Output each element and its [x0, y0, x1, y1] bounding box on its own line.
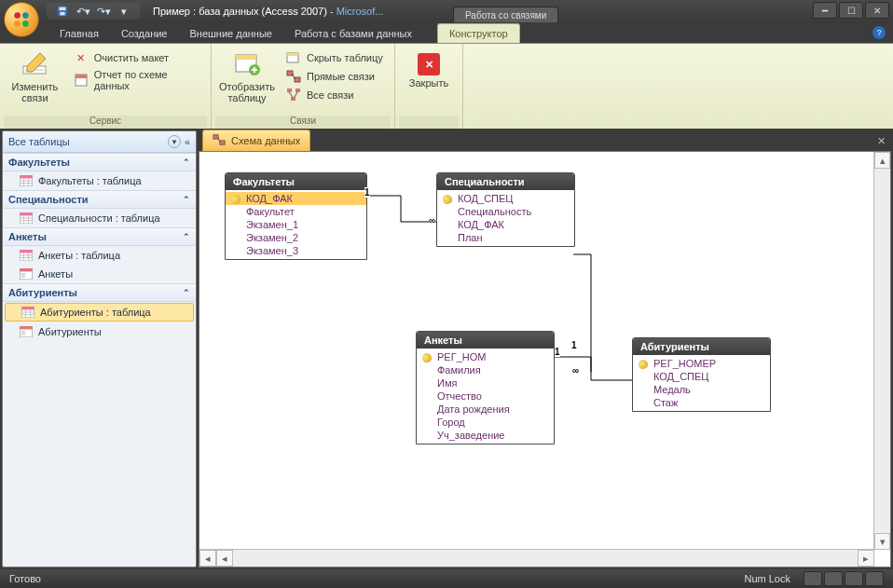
undo-icon[interactable]: ↶▾ — [76, 5, 89, 18]
field[interactable]: Экзамен_2 — [226, 231, 366, 244]
office-button[interactable] — [4, 2, 39, 37]
collapse-icon: ⌃ — [183, 232, 190, 241]
svg-rect-21 — [20, 175, 33, 178]
svg-rect-6 — [60, 12, 64, 16]
nav-group-head[interactable]: Факультеты⌃ — [3, 153, 196, 171]
field[interactable]: Экзамен_1 — [226, 218, 366, 231]
field[interactable]: Экзамен_3 — [226, 244, 366, 257]
qat-dropdown-icon[interactable]: ▾ — [117, 5, 131, 18]
field[interactable]: Фамилия — [417, 363, 554, 376]
table-title[interactable]: Специальности — [437, 173, 574, 190]
relationships-canvas[interactable]: ▴▾ ◂◂▸ ФакультетыКОД_ФАКФакультетЭкзамен… — [199, 151, 891, 567]
show-table-button[interactable]: Отобразить таблицу — [215, 48, 279, 105]
canvas-vscrollbar[interactable]: ▴▾ — [873, 152, 890, 550]
direct-relations-icon — [286, 69, 301, 84]
save-icon[interactable] — [56, 5, 69, 18]
scroll-left-icon[interactable]: ◂ — [199, 550, 216, 567]
table-title[interactable]: Факультеты — [226, 173, 366, 190]
report-icon — [74, 73, 89, 88]
nav-group-head[interactable]: Абитуриенты⌃ — [3, 283, 196, 302]
table-box-fak[interactable]: ФакультетыКОД_ФАКФакультетЭкзамен_1Экзам… — [225, 172, 367, 260]
svg-rect-11 — [236, 55, 256, 60]
field[interactable]: Отчество — [417, 390, 554, 403]
field[interactable]: РЕГ_НОМЕР — [633, 357, 770, 370]
cardinality-label: ∞ — [429, 215, 435, 226]
form-icon — [20, 268, 33, 280]
minimize-button[interactable]: ━ — [813, 2, 837, 19]
table-box-ank[interactable]: АнкетыРЕГ_НОМФамилияИмяОтчествоДата рожд… — [416, 331, 555, 444]
navpane-title: Все таблицы — [8, 136, 70, 147]
nav-item[interactable]: Абитуриенты : таблица — [5, 303, 194, 321]
scroll-down-icon[interactable]: ▾ — [874, 533, 890, 550]
help-button[interactable]: ? — [872, 26, 886, 39]
view-btn-4[interactable] — [865, 571, 884, 586]
nav-item[interactable]: Анкеты : таблица — [3, 246, 196, 265]
nav-item[interactable]: Абитуриенты — [3, 322, 196, 341]
nav-group-head[interactable]: Специальности⌃ — [3, 190, 196, 209]
nav-item[interactable]: Анкеты — [3, 265, 196, 283]
nav-item[interactable]: Факультеты : таблица — [3, 171, 196, 190]
view-btn-1[interactable] — [804, 571, 822, 586]
field[interactable]: РЕГ_НОМ — [417, 350, 554, 363]
field[interactable]: Специальность — [437, 205, 574, 218]
scroll-right-icon[interactable]: ▸ — [858, 550, 874, 567]
field[interactable]: Город — [417, 416, 554, 429]
tab-external-data[interactable]: Внешние данные — [179, 24, 283, 43]
redo-icon[interactable]: ↷▾ — [97, 5, 110, 18]
edit-relations-button[interactable]: Изменить связи — [4, 48, 66, 105]
hide-table-button[interactable]: Скрыть таблицу — [282, 49, 387, 66]
field[interactable]: Дата рождения — [417, 403, 554, 416]
status-bar: Готово Num Lock — [0, 569, 893, 588]
table-icon — [20, 212, 33, 224]
field[interactable]: Стаж — [633, 396, 770, 409]
all-relations-button[interactable]: Все связи — [282, 87, 387, 103]
clear-layout-button[interactable]: ✕Очистить макет — [70, 49, 207, 66]
nav-group-head[interactable]: Анкеты⌃ — [3, 227, 196, 246]
field[interactable]: Медаль — [633, 383, 770, 396]
view-btn-2[interactable] — [824, 571, 843, 586]
field[interactable]: КОД_СПЕЦ — [633, 370, 770, 383]
field[interactable]: КОД_ФАК — [437, 218, 574, 231]
close-designer-icon: ✕ — [418, 53, 440, 75]
view-btn-3[interactable] — [845, 571, 863, 586]
table-box-abit[interactable]: АбитуриентыРЕГ_НОМЕРКОД_СПЕЦМедальСтаж — [632, 337, 771, 412]
status-numlock: Num Lock — [744, 573, 790, 584]
navpane-collapse-icon[interactable]: « — [185, 136, 190, 147]
doc-tab-relationships[interactable]: Схема данных — [202, 130, 310, 151]
doc-close-button[interactable]: ✕ — [874, 134, 887, 147]
field[interactable]: Имя — [417, 376, 554, 390]
canvas-hscrollbar[interactable]: ◂◂▸ — [199, 549, 874, 567]
svg-rect-9 — [76, 75, 87, 78]
status-ready: Готово — [9, 573, 41, 584]
table-title[interactable]: Абитуриенты — [633, 338, 770, 355]
app-name: Microsof... — [337, 6, 384, 17]
nav-item[interactable]: Специальности : таблица — [3, 209, 196, 227]
table-box-spec[interactable]: СпециальностиКОД_СПЕЦСпециальностьКОД_ФА… — [436, 172, 575, 247]
svg-point-1 — [22, 12, 29, 19]
tab-designer[interactable]: Конструктор — [437, 23, 520, 43]
field[interactable]: КОД_СПЕЦ — [437, 192, 574, 205]
tab-home[interactable]: Главная — [48, 24, 110, 43]
cardinality-label: 1 — [555, 347, 560, 357]
navpane-header[interactable]: Все таблицы ▼« — [3, 131, 196, 153]
schema-report-button[interactable]: Отчет по схеме данных — [70, 68, 207, 92]
navpane-filter-dropdown-icon[interactable]: ▼ — [168, 135, 181, 148]
close-button[interactable]: ✕ — [865, 2, 889, 19]
document-tabs: Схема данных ✕ — [199, 130, 891, 151]
field[interactable]: Факультет — [226, 205, 366, 218]
tab-create[interactable]: Создание — [110, 24, 179, 43]
field[interactable]: План — [437, 231, 574, 244]
ribbon: Изменить связи ✕Очистить макет Отчет по … — [0, 44, 893, 130]
field[interactable]: Уч_заведение — [417, 429, 554, 442]
all-relations-icon — [286, 88, 301, 103]
scroll-up-icon[interactable]: ▴ — [874, 152, 890, 169]
table-title[interactable]: Анкеты — [417, 332, 554, 349]
maximize-button[interactable]: ☐ — [839, 2, 863, 19]
tab-database-tools[interactable]: Работа с базами данных — [283, 24, 423, 43]
close-designer-button[interactable]: ✕ Закрыть — [399, 48, 459, 90]
direct-relations-button[interactable]: Прямые связи — [282, 68, 387, 85]
scroll-left2-icon[interactable]: ◂ — [216, 550, 233, 567]
field[interactable]: КОД_ФАК — [226, 192, 366, 205]
svg-rect-5 — [60, 7, 66, 11]
svg-rect-35 — [21, 334, 25, 335]
